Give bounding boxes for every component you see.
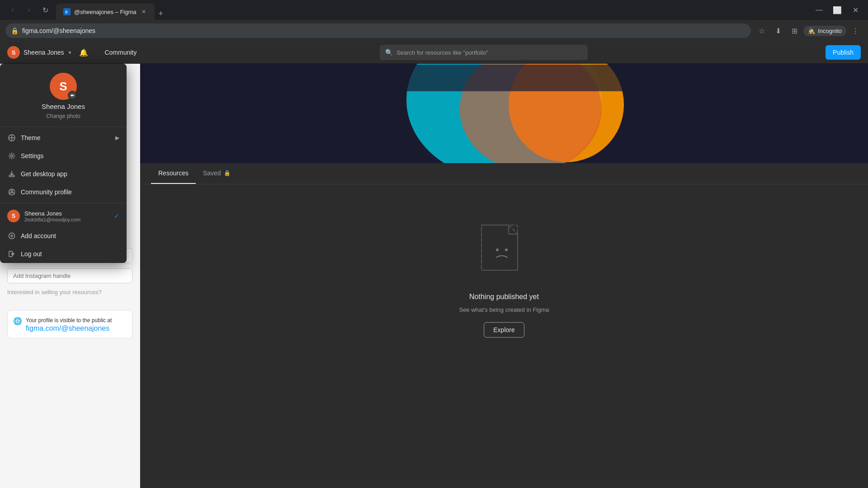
close-button[interactable]: ✕: [848, 3, 863, 17]
new-tab-button[interactable]: +: [155, 7, 167, 20]
community-profile-menu-item[interactable]: Community profile: [0, 183, 127, 201]
svg-rect-13: [9, 175, 14, 177]
forward-button[interactable]: ›: [22, 3, 36, 17]
notification-button[interactable]: 🔔: [77, 46, 90, 59]
browser-tabs: F @sheenajones – Figma ✕ +: [56, 0, 167, 20]
main-content: Interested in selling your resources? 🌐 …: [0, 64, 868, 488]
svg-point-15: [11, 190, 13, 192]
address-url: figma.com/@sheenajones: [22, 27, 95, 34]
user-menu-trigger[interactable]: S Sheena Jones ▼: [7, 46, 72, 59]
minimize-button[interactable]: —: [812, 3, 826, 17]
banner-graphic: [140, 64, 868, 163]
publish-button[interactable]: Publish: [826, 45, 861, 60]
community-banner: [140, 64, 868, 163]
svg-point-12: [11, 155, 13, 157]
svg-rect-6: [140, 65, 868, 91]
tab-saved-label: Saved: [203, 169, 221, 177]
community-tabs: Resources Saved 🔒: [140, 163, 868, 184]
add-account-menu-item[interactable]: Add account: [0, 227, 127, 245]
theme-label: Theme: [21, 134, 111, 141]
tab-favicon: F: [63, 8, 71, 15]
dropdown-header: S ✏ Sheena Jones Change photo: [0, 64, 127, 125]
account-email: 2edcb8a1@moodjoy.com: [24, 217, 109, 222]
divider-1: [0, 127, 127, 127]
bookmark-icon[interactable]: ☆: [755, 23, 769, 38]
tab-resources[interactable]: Resources: [151, 163, 196, 184]
dropdown-avatar-letter: S: [59, 80, 67, 94]
divider-2: [0, 203, 127, 203]
dropdown-user-name: Sheena Jones: [42, 103, 85, 110]
community-profile-label: Community profile: [21, 188, 119, 196]
browser-chrome: ‹ › ↻ F @sheenajones – Figma ✕ + — ⬜ ✕: [0, 0, 868, 20]
address-bar[interactable]: 🔒 figma.com/@sheenajones: [5, 23, 751, 38]
back-button[interactable]: ‹: [5, 3, 20, 17]
instagram-field: [7, 268, 132, 283]
browser-toolbar: 🔒 figma.com/@sheenajones ☆ ⬇ ⊞ 🕵 Incogni…: [0, 20, 868, 42]
extensions-icon[interactable]: ⊞: [787, 23, 802, 38]
toolbar-icons: ☆ ⬇ ⊞ 🕵 Incognito ⋮: [755, 23, 863, 38]
desktop-app-menu-item[interactable]: Get desktop app: [0, 165, 127, 183]
avatar-edit-icon: ✏: [68, 91, 77, 100]
settings-icon: [7, 151, 16, 160]
empty-state: Nothing published yet See what's being c…: [140, 184, 868, 374]
log-out-icon: [7, 249, 16, 258]
theme-icon: [7, 133, 16, 142]
search-placeholder: Search for resources like "portfolio": [396, 49, 488, 56]
account-name: Sheena Jones: [24, 210, 109, 217]
search-icon: 🔍: [385, 49, 393, 56]
user-avatar: S: [7, 46, 20, 59]
refresh-button[interactable]: ↻: [38, 3, 52, 17]
account-info: Sheena Jones 2edcb8a1@moodjoy.com: [24, 210, 109, 222]
tab-saved[interactable]: Saved 🔒: [196, 163, 238, 184]
figma-search: 🔍 Search for resources like "portfolio": [158, 45, 809, 60]
log-out-menu-item[interactable]: Log out: [0, 245, 127, 263]
settings-menu-item[interactable]: Settings: [0, 147, 127, 165]
tab-close-button[interactable]: ✕: [140, 8, 147, 15]
notice-content: Your profile is visible to the public at…: [26, 316, 112, 333]
instagram-input[interactable]: [7, 268, 132, 283]
incognito-badge: 🕵 Incognito: [803, 26, 846, 36]
tab-title: @sheenajones – Figma: [74, 9, 137, 15]
download-icon[interactable]: ⬇: [771, 23, 785, 38]
empty-state-icon: [477, 221, 531, 284]
incognito-icon: 🕵: [808, 28, 815, 34]
selling-text: Interested in selling your resources?: [7, 289, 132, 296]
dropdown-menu: S ✏ Sheena Jones Change photo Theme ▶ Se…: [0, 64, 127, 263]
community-content: Resources Saved 🔒 Nothing published yet: [140, 64, 868, 488]
log-out-label: Log out: [21, 250, 119, 258]
tab-resources-label: Resources: [158, 169, 189, 177]
globe-icon: 🌐: [13, 317, 22, 325]
svg-point-10: [505, 249, 508, 251]
empty-subtitle: See what's being created in Figma: [459, 306, 549, 313]
add-account-icon: [7, 231, 16, 240]
active-tab[interactable]: F @sheenajones – Figma ✕: [56, 4, 155, 20]
incognito-label: Incognito: [818, 28, 842, 34]
figma-nav: Community: [99, 45, 142, 60]
theme-menu-item[interactable]: Theme ▶: [0, 129, 127, 147]
profile-visible-notice: 🌐 Your profile is visible to the public …: [7, 310, 132, 338]
add-account-label: Add account: [21, 232, 119, 239]
chevron-down-icon: ▼: [68, 50, 72, 55]
empty-title: Nothing published yet: [469, 293, 539, 301]
figma-appbar: S Sheena Jones ▼ 🔔 Community 🔍 Search fo…: [0, 42, 868, 64]
selling-field: Interested in selling your resources?: [7, 289, 132, 296]
nav-controls: ‹ › ↻: [5, 3, 52, 17]
lock-icon: 🔒: [224, 170, 231, 176]
svg-rect-7: [481, 225, 518, 270]
profile-link[interactable]: figma.com/@sheenajones: [26, 324, 109, 332]
menu-button[interactable]: ⋮: [848, 23, 863, 38]
explore-button[interactable]: Explore: [484, 322, 524, 338]
account-check-icon: ✓: [114, 212, 119, 220]
dropdown-avatar[interactable]: S ✏: [50, 73, 77, 100]
search-box[interactable]: 🔍 Search for resources like "portfolio": [380, 45, 588, 60]
user-account-section[interactable]: S Sheena Jones 2edcb8a1@moodjoy.com ✓: [0, 205, 127, 227]
desktop-app-label: Get desktop app: [21, 170, 119, 178]
svg-text:F: F: [66, 10, 68, 14]
desktop-app-icon: [7, 169, 16, 178]
svg-point-9: [496, 249, 499, 251]
community-profile-icon: [7, 188, 16, 197]
settings-label: Settings: [21, 152, 119, 160]
community-nav-item[interactable]: Community: [99, 45, 142, 60]
maximize-button[interactable]: ⬜: [830, 3, 844, 17]
change-photo-label[interactable]: Change photo: [46, 113, 80, 119]
